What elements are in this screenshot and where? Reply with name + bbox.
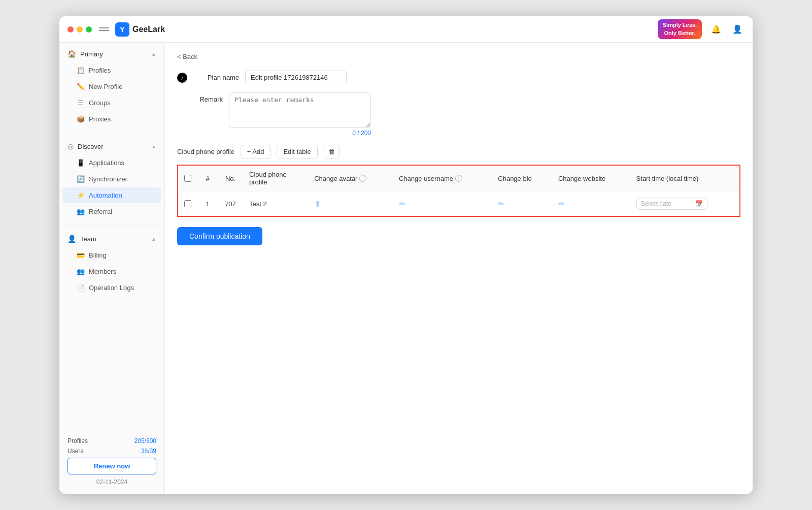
- row-checkbox-cell: [178, 192, 197, 217]
- sidebar-item-proxies[interactable]: 📦 Proxies: [62, 111, 161, 127]
- sidebar-item-referral-label: Referral: [89, 208, 112, 215]
- applications-icon: 📱: [77, 159, 85, 167]
- row-no-cell: 707: [218, 192, 243, 217]
- plan-name-input[interactable]: [245, 71, 347, 84]
- delete-button[interactable]: 🗑: [324, 145, 340, 158]
- edit-bio-icon[interactable]: ✏: [498, 200, 504, 208]
- calendar-icon: 📅: [695, 200, 703, 207]
- remark-label: Remark: [177, 92, 223, 103]
- sidebar-item-billing-label: Billing: [89, 251, 107, 259]
- chevron-up-icon: ▲: [151, 51, 156, 57]
- sidebar-item-new-profile[interactable]: ✏️ New Profile: [62, 79, 161, 94]
- sidebar-item-billing[interactable]: 💳 Billing: [62, 247, 161, 263]
- sidebar-item-groups[interactable]: ☰ Groups: [62, 95, 161, 111]
- confirm-btn-container: Confirm publication: [177, 227, 740, 245]
- sidebar-item-proxies-label: Proxies: [89, 115, 111, 123]
- app-logo-icon: Y: [115, 22, 129, 37]
- profiles-stats-value: 205/300: [134, 437, 156, 444]
- remark-textarea[interactable]: [229, 92, 371, 128]
- date-select-input[interactable]: Select date 📅: [636, 198, 707, 210]
- data-table: # No. Cloud phoneprofile Change avatar i…: [177, 165, 740, 217]
- col-header-checkbox: [178, 165, 197, 192]
- sidebar-group-primary[interactable]: 🏠 Primary ▲: [59, 46, 164, 62]
- plan-name-label: Plan name: [193, 71, 239, 81]
- col-header-change-avatar: Change avatar i: [308, 165, 393, 192]
- renew-now-button[interactable]: Renew now: [67, 458, 156, 474]
- divider-1: [59, 133, 164, 133]
- row-starttime-cell: Select date 📅: [630, 192, 740, 217]
- titlebar: Y GeeLark Simply Less. Only Better. 🔔 👤: [59, 16, 753, 43]
- chevron-up-icon-2: ▲: [151, 144, 156, 149]
- app-name: GeeLark: [132, 25, 165, 34]
- tiktok-icon: ♪: [177, 73, 187, 83]
- promo-banner[interactable]: Simply Less. Only Better.: [658, 19, 702, 39]
- team-icon: 👤: [67, 235, 76, 243]
- sidebar-item-members[interactable]: 👥 Members: [62, 264, 161, 279]
- sidebar-footer: Profiles 205/300 Users 38/39 Renew now 0…: [59, 429, 164, 494]
- sidebar-item-applications-label: Applications: [89, 159, 124, 167]
- notifications-bell-icon[interactable]: 🔔: [709, 22, 723, 37]
- groups-icon: ☰: [77, 99, 85, 107]
- table-row: 1 707 Test 2 ⬆ ✏ ✏ ✏: [178, 192, 740, 217]
- row-website-cell: ✏: [552, 192, 630, 217]
- header-right: Simply Less. Only Better. 🔔 👤: [658, 19, 745, 39]
- edit-table-button[interactable]: Edit table: [277, 145, 317, 158]
- automation-icon: ⚡: [77, 192, 85, 199]
- promo-line2: Only Better.: [663, 29, 697, 37]
- row-avatar-cell: ⬆: [308, 192, 393, 217]
- sidebar-group-discover-label: Discover: [78, 143, 104, 150]
- sidebar-item-operation-logs-label: Operation Logs: [89, 284, 134, 292]
- plan-name-row: ♪ Plan name: [177, 71, 740, 84]
- sidebar-group-team[interactable]: 👤 Team ▲: [59, 231, 164, 247]
- main-layout: 🏠 Primary ▲ 📋 Profiles ✏️ New Profile ☰ …: [59, 43, 753, 494]
- user-profile-icon[interactable]: 👤: [730, 22, 745, 37]
- sidebar-item-automation[interactable]: ⚡ Automation: [62, 187, 161, 203]
- edit-username-icon[interactable]: ✏: [399, 200, 405, 208]
- sidebar-item-applications[interactable]: 📱 Applications: [62, 155, 161, 171]
- sidebar-item-operation-logs[interactable]: 📄 Operation Logs: [62, 280, 161, 296]
- add-button[interactable]: + Add: [241, 145, 271, 158]
- trash-icon: 🗑: [328, 148, 335, 155]
- upload-avatar-icon[interactable]: ⬆: [314, 200, 321, 208]
- members-icon: 👥: [77, 268, 85, 275]
- sidebar-section-primary: 🏠 Primary ▲ 📋 Profiles ✏️ New Profile ☰ …: [59, 43, 164, 131]
- users-stats-row: Users 38/39: [67, 448, 156, 455]
- sidebar-item-profiles[interactable]: 📋 Profiles: [62, 62, 161, 78]
- sidebar-group-discover[interactable]: ◎ Discover ▲: [59, 138, 164, 154]
- sidebar-item-groups-label: Groups: [89, 99, 111, 107]
- col-header-cloud-phone-profile: Cloud phoneprofile: [243, 165, 308, 192]
- app-window: Y GeeLark Simply Less. Only Better. 🔔 👤 …: [59, 16, 753, 494]
- row-username-cell: ✏: [393, 192, 492, 217]
- change-avatar-info-icon[interactable]: i: [359, 175, 366, 182]
- confirm-publication-button[interactable]: Confirm publication: [177, 227, 262, 245]
- profiles-stats-label: Profiles: [67, 437, 88, 444]
- sidebar-item-synchronizer-label: Synchronizer: [89, 175, 127, 183]
- profiles-icon: 📋: [77, 67, 85, 74]
- col-header-change-bio: Change bio: [492, 165, 552, 192]
- content-area: < Back ♪ Plan name Remark 0 / 200 Cloud …: [165, 43, 753, 494]
- sidebar-section-team: 👤 Team ▲ 💳 Billing 👥 Members 📄 Operation…: [59, 228, 164, 299]
- change-username-info-icon[interactable]: i: [455, 175, 462, 182]
- close-button[interactable]: [67, 26, 74, 33]
- remark-row: Remark 0 / 200: [177, 92, 740, 137]
- back-link[interactable]: < Back: [177, 53, 740, 60]
- edit-website-icon[interactable]: ✏: [558, 200, 565, 208]
- table-header-row-el: # No. Cloud phoneprofile Change avatar i…: [178, 165, 740, 192]
- promo-line1: Simply Less.: [663, 21, 697, 29]
- sidebar-toggle-button[interactable]: [99, 24, 109, 35]
- sidebar-item-new-profile-label: New Profile: [89, 83, 122, 90]
- chevron-up-icon-3: ▲: [151, 236, 156, 242]
- profiles-stats-row: Profiles 205/300: [67, 437, 156, 444]
- expiry-date: 02-11-2024: [67, 479, 156, 486]
- col-header-number: #: [197, 165, 218, 192]
- operation-logs-icon: 📄: [77, 284, 85, 292]
- row-checkbox[interactable]: [184, 200, 191, 207]
- minimize-button[interactable]: [77, 26, 83, 33]
- table-header-row: Cloud phone profile + Add Edit table 🗑: [177, 145, 740, 158]
- proxies-icon: 📦: [77, 115, 85, 123]
- select-all-checkbox[interactable]: [184, 175, 191, 182]
- maximize-button[interactable]: [86, 26, 92, 33]
- sidebar-item-referral[interactable]: 👥 Referral: [62, 204, 161, 219]
- table-section-label: Cloud phone profile: [177, 148, 234, 155]
- sidebar-item-synchronizer[interactable]: 🔄 Synchronizer: [62, 171, 161, 187]
